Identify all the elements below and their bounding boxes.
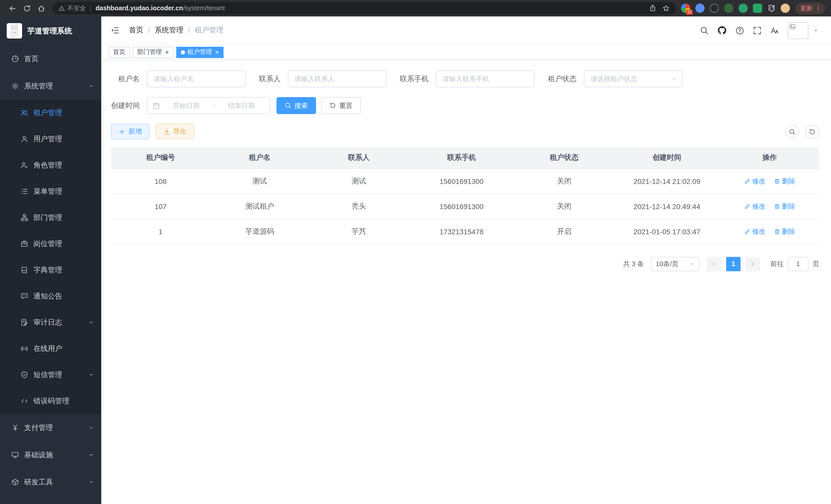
sidebar-item-role[interactable]: 角色管理 (0, 152, 101, 178)
breadcrumb-item[interactable]: 系统管理 (155, 26, 183, 35)
extension-icon[interactable] (710, 4, 719, 13)
sidebar-item-home[interactable]: 首页 (0, 45, 101, 72)
delete-link[interactable]: 删除 (774, 202, 795, 211)
edit-link-label: 修改 (752, 176, 766, 186)
cell-id: 107 (111, 194, 210, 219)
sidebar-item-dept[interactable]: 部门管理 (0, 205, 101, 231)
edit-link-label: 修改 (752, 227, 766, 236)
create-time-range-picker[interactable]: 开始日期 - 结束日期 (147, 97, 270, 114)
help-icon[interactable] (736, 26, 744, 35)
browser-menu-kebab-icon[interactable] (815, 5, 821, 11)
github-icon[interactable] (717, 26, 727, 35)
edit-link[interactable]: 修改 (744, 176, 766, 186)
goto-page-input[interactable] (788, 257, 808, 271)
refresh-table-button[interactable] (805, 125, 819, 139)
sidebar-item-label: 租户管理 (33, 108, 94, 117)
page-size-select[interactable]: 10条/页 (651, 257, 699, 271)
sidebar-item-sms[interactable]: 短信管理 (0, 362, 101, 388)
tenant-status-select[interactable]: 请选择租户状态 (584, 70, 683, 87)
url-bar[interactable]: 不安全 dashboard.yudao.iocoder.cn /system/t… (52, 2, 676, 14)
tab-close-icon[interactable]: × (215, 49, 219, 56)
share-icon[interactable] (649, 5, 656, 12)
security-chip[interactable]: 不安全 (59, 4, 86, 12)
security-label: 不安全 (67, 4, 86, 12)
browser-toolbar: 不安全 dashboard.yudao.iocoder.cn /system/t… (0, 0, 831, 17)
sidebar-item-dict[interactable]: 字典管理 (0, 257, 101, 283)
add-button[interactable]: 新增 (111, 124, 149, 139)
bookmark-star-icon[interactable] (662, 5, 670, 12)
sidebar-item-label: 首页 (24, 54, 94, 63)
sms-icon (21, 371, 28, 379)
dict-icon (21, 266, 28, 274)
breadcrumb-item[interactable]: 首页 (129, 26, 143, 35)
browser-update-button[interactable]: 更新 (795, 2, 825, 14)
pagination-total: 共 3 条 (623, 259, 644, 268)
delete-link[interactable]: 删除 (774, 227, 795, 236)
extension-icon[interactable] (753, 4, 762, 13)
browser-back-icon[interactable] (6, 2, 19, 14)
tenant-icon (21, 109, 28, 117)
tab-dept[interactable]: 部门管理× (133, 47, 173, 58)
sidebar-item-infra[interactable]: 基础设施 (0, 441, 101, 469)
tab-tenant[interactable]: 租户管理× (176, 47, 224, 58)
page-number-button[interactable]: 1 (726, 257, 741, 271)
column-header: 联系手机 (408, 147, 514, 169)
prev-page-button[interactable] (707, 257, 721, 271)
contact-input[interactable] (288, 70, 386, 87)
sidebar-item-dev-tool[interactable]: 研发工具 (0, 469, 101, 496)
sidebar-item-pay[interactable]: 支付管理 (0, 414, 101, 441)
sidebar-item-user[interactable]: 用户管理 (0, 126, 101, 152)
tab-home[interactable]: 首页 (109, 47, 130, 58)
fullscreen-icon[interactable] (753, 26, 762, 35)
extension-icon[interactable] (739, 4, 748, 13)
sidebar-item-system[interactable]: 系统管理 (0, 72, 101, 100)
app-logo[interactable]: 芋道管理系统 (0, 17, 101, 45)
extensions-puzzle-icon[interactable] (767, 4, 775, 12)
sidebar-item-notice[interactable]: 通知公告 (0, 283, 101, 309)
extension-icon[interactable] (724, 4, 733, 13)
export-button[interactable]: 导出 (156, 124, 194, 139)
sidebar-item-post[interactable]: 岗位管理 (0, 231, 101, 257)
browser-home-icon[interactable] (35, 2, 47, 14)
avatar-caret-down-icon[interactable] (813, 28, 819, 33)
edit-link[interactable]: 修改 (744, 202, 766, 211)
role-icon (21, 161, 28, 169)
browser-profile-avatar[interactable] (781, 4, 790, 13)
browser-reload-icon[interactable] (21, 2, 33, 14)
column-header: 联系人 (309, 147, 408, 169)
user-icon (21, 135, 28, 143)
reset-button-label: 重置 (339, 101, 352, 110)
sidebar-item-label: 支付管理 (24, 423, 83, 432)
infra-icon (11, 451, 19, 459)
edit-link[interactable]: 修改 (744, 227, 766, 236)
sidebar-item-label: 用户管理 (33, 135, 94, 144)
tab-close-icon[interactable]: × (165, 49, 169, 56)
extension-icon[interactable] (695, 4, 705, 13)
phone-input[interactable] (436, 70, 535, 87)
search-icon[interactable] (700, 26, 709, 35)
sidebar-item-tenant[interactable]: 租户管理 (0, 100, 101, 126)
reset-button[interactable]: 重置 (321, 97, 361, 114)
sidebar-item-menu[interactable]: 菜单管理 (0, 178, 101, 205)
sidebar-toggle-icon[interactable] (111, 26, 120, 35)
sidebar-item-online-user[interactable]: 在线用户 (0, 335, 101, 362)
plus-icon (119, 128, 125, 135)
user-avatar[interactable] (788, 22, 808, 39)
omnibox-divider (90, 5, 91, 11)
cell-created_at: 2021-01-05 17:03:47 (614, 219, 720, 244)
sidebar-item-audit-log[interactable]: 审计日志 (0, 309, 101, 335)
toggle-search-button[interactable] (785, 125, 799, 139)
audit-icon (21, 319, 28, 326)
cell-id: 1 (111, 219, 210, 244)
extension-icon[interactable]: 10 (681, 4, 690, 13)
next-page-button[interactable] (746, 257, 760, 271)
cell-contact: 秃头 (309, 194, 408, 219)
breadcrumb-separator: / (188, 26, 190, 34)
tenant-name-input[interactable] (147, 70, 246, 87)
url-host: dashboard.yudao.iocoder.cn (95, 5, 183, 12)
delete-link[interactable]: 删除 (774, 176, 795, 186)
chevron-down-icon (88, 479, 94, 485)
sidebar-item-error-code[interactable]: 错误码管理 (0, 388, 101, 414)
font-size-icon[interactable] (770, 26, 779, 35)
search-button[interactable]: 搜索 (277, 97, 316, 114)
